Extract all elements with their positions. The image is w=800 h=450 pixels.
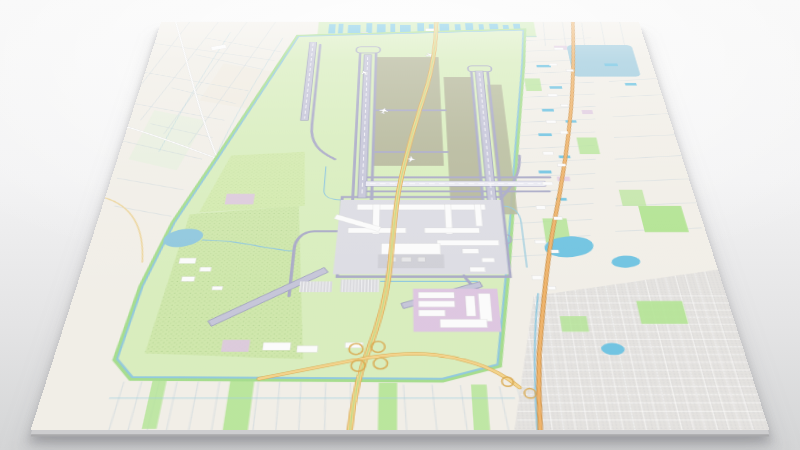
studio-backdrop (0, 0, 800, 450)
map-render (31, 22, 770, 430)
map-3d-scene[interactable] (0, 0, 800, 450)
map-plane[interactable] (31, 22, 770, 430)
distance-haze (31, 22, 770, 430)
